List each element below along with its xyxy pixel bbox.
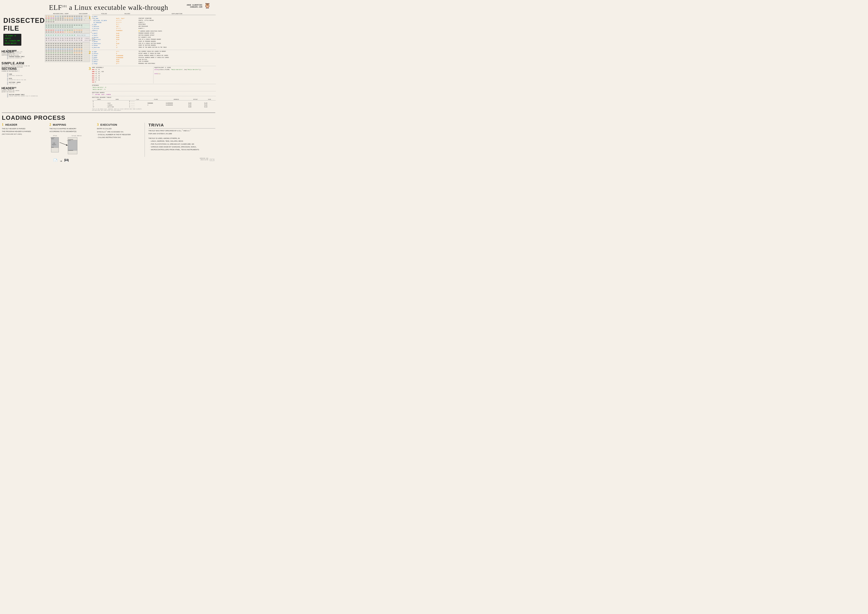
field-explain: 3 ADDRESS WHERE EXECUTION STARTS xyxy=(138,30,215,33)
section-header-table-label: SECTION HEADER TABLE xyxy=(92,97,215,98)
header2-section: HEADER2/2 TECHNICAL DETAILS FOR LINKING … xyxy=(2,87,44,93)
num-3: 3 xyxy=(89,66,91,71)
field-explain: COUNT OF PROGRAM HEADERS xyxy=(138,40,215,43)
hex-dump-header: HEXADECIMAL DUMP ASCIIDUMP xyxy=(45,13,90,14)
field-e_shentsize: e_shentsize 0x28 SIZE OF A SINGLE SECTIO… xyxy=(92,43,215,45)
asm-line-6: mov r7, #1 xyxy=(92,79,153,81)
field-value: 1"""""" xyxy=(116,20,138,22)
strings-content: 'Hello World\n', 8 'Hello World!', 0 xyxy=(92,87,215,90)
field-name: e_entry xyxy=(92,30,116,33)
strings-label: STRINGS xyxy=(92,85,215,86)
asm-line-3: mov r0, #1 xyxy=(92,73,153,75)
code-label: CODE xyxy=(9,73,22,75)
field-value: 1""""" xyxy=(116,28,138,30)
field-p_flags: p_flags 5""" READABLE AND EXECUTABLE xyxy=(92,63,215,65)
field-e_shoff: e_shoff 0x48 SECTION HEADERS OFFSET xyxy=(92,34,215,37)
field-value: 0x40 xyxy=(116,33,138,34)
row3-idx: 3* xyxy=(92,106,106,108)
trivia-items: THE ELF IS USED, AMONG OTHERS, IN: - LIN… xyxy=(149,137,215,151)
field-value: 0x7f, "ELF" xyxy=(116,18,138,20)
hex-line-7: 05 20 A0 E3 14 10 8F E2 01 00 A0 E3 04 7… xyxy=(46,30,89,31)
program-header-hex: 01 00 00 00 00 00 00 00 00 00 00 08 00 0… xyxy=(45,24,90,29)
loading-step-1: 1 HEADER THE ELF HEADER IS PARSED THE PR… xyxy=(2,123,50,157)
field-p_vaddr: p_vaddr 0x8000000 VIRTUAL ADDRESS WHERE … xyxy=(92,55,215,57)
table-row: 0 0 ----- xyxy=(92,101,215,103)
step3-title: EXECUTION xyxy=(101,123,117,126)
field-e_type: e_type 2""" EXECUTABLE xyxy=(92,23,215,26)
field-name: p_paddr xyxy=(92,57,116,59)
svg-text:0x00: 0x00 xyxy=(51,138,54,139)
field-explain: SECTION HEADERS OFFSET xyxy=(138,34,215,37)
page-container: ELF101 a Linux executable walk-through A… xyxy=(0,0,217,162)
asm-line-7: svc 0 xyxy=(92,81,153,83)
step2-num: 2 xyxy=(50,123,51,126)
field-value: 1 xyxy=(116,40,138,43)
hex-line-5: 01 00 00 00 00 00 00 00 00 00 00 08 00 0… xyxy=(46,24,89,26)
section-names-hex: 00 2E 72 6F 64 61 74 61 74 61 62 00 2E 7… xyxy=(45,37,90,42)
memory-diagram: Virtual Address Offset 0x00 0x90 xyxy=(50,135,83,157)
file-icon: 📄 xyxy=(53,159,58,162)
field-explain: VIRTUAL ADDRESS WHERE IT SHOULD BE LOADE… xyxy=(138,55,215,57)
cc-license: cc ⊕ xyxy=(210,159,214,161)
step1-num: 1 xyxy=(2,123,3,126)
row2-idx: 2 xyxy=(92,104,106,106)
section-names-sub: .shstrtab .text xyxy=(9,83,20,84)
trivia-body: THE ELF WAS FIRST SPECIFIED BY U.S.L.™ A… xyxy=(149,129,215,135)
field-name: e_machine xyxy=(92,26,116,28)
simple-arm-title: SIMPLE.ARM xyxy=(2,61,44,65)
hex-line-2: 02 00 28 00 01 00 00 00 b4 00 00 08 40 0… xyxy=(46,17,89,19)
string-2: 'Hello World!', 0 xyxy=(92,89,215,90)
section-header-label: SECTION HEADER TABLE xyxy=(9,94,38,95)
svg-text:0x90: 0x90 xyxy=(51,147,54,148)
field-e_machine: e_machine 28"" ARM PROCESSOR xyxy=(92,26,215,28)
table-note: THIS IS THE WHOLE FILE. HOWEVER, MOST EL… xyxy=(92,109,215,111)
table-row: 2 .rodata 1 ----- 2 0x8000080 0x80 0x0d xyxy=(92,104,215,106)
svg-text:p_vaddr: p_vaddr xyxy=(67,140,71,141)
elf-fields: e_ident EI_MAG 0x7f, "ELF" CONSTANT SIGN… xyxy=(92,16,215,49)
field-explain: ARM PROCESSOR xyxy=(138,26,215,28)
field-value: 5""" xyxy=(116,63,138,65)
step2-title: MAPPING xyxy=(53,123,66,126)
hex-line-20: 00 00 00 00 00 00 00 00 00 00 00 00 00 0… xyxy=(46,58,89,60)
file-diagram: ELF HEADER IDENTITY AS MAGIC TYPE PATH T… xyxy=(2,49,44,98)
field-explain: SIZE ON FILE xyxy=(138,59,215,61)
field-e_entry: e_entry 0x8000b4 3 ADDRESS WHERE EXECUTI… xyxy=(92,30,215,33)
terminal-text: ~$ uname -m armv7l ~$ ./simple.ARM Hello… xyxy=(5,35,20,45)
field-value: 0x8000000 xyxy=(116,55,138,57)
field-value: 0x8000000 xyxy=(116,57,138,59)
memory-diagram-svg: Virtual Address Offset 0x00 0x90 xyxy=(50,135,83,157)
field-value: 28"" xyxy=(116,26,138,28)
code-block: CODE EXECUTABLE INFORMATION xyxy=(7,73,44,77)
elf-header-hex: 7F 45 4C 46 01 01 01 00 00 00 00 00 00 0… xyxy=(45,15,90,23)
svg-text:Offset: Offset xyxy=(53,135,57,136)
c-code-area: EQUIVALENT C CODE write(stdout_FILENO, "… xyxy=(153,67,216,83)
header1-section: HEADER1/2 TECHNICAL DETAILS FOR IDENTIFI… xyxy=(2,50,19,56)
values-col-label: VALUES xyxy=(116,13,138,14)
section-header-hex: 00 00 00 00 00 00 00 00 00 00 00 00 00 0… xyxy=(45,42,90,62)
field-name: e_phnum xyxy=(92,40,116,43)
field-name: e_shnum xyxy=(92,45,116,47)
field-value: 0x28 xyxy=(116,43,138,45)
header2-title: HEADER2/2 xyxy=(2,87,44,90)
num-2: 2 xyxy=(89,50,91,55)
row1-addr: 0x8000060 xyxy=(165,102,188,104)
field-explain: ALWAYS 1 xyxy=(138,22,215,24)
field-explain: OFFSET WHERE IT SHOULD BE READ xyxy=(138,53,215,55)
title-area: ELF101 a Linux executable walk-through A… xyxy=(0,0,217,13)
table-row: 3* .shrtrtab 3 ----- 0x90 0x19 xyxy=(92,106,215,108)
arrow-icon: ⇒ xyxy=(60,159,62,162)
field-name: e_version xyxy=(92,28,116,30)
row1-type: 1 ----- xyxy=(129,102,147,104)
row2-addr: 0x8000080 xyxy=(165,104,188,106)
field-ei_mag: EI_MAG 0x7f, "ELF" CONSTANT SIGNATURE xyxy=(92,18,215,20)
hex-line-11: 2E 72 6F 64 61 74 61 00 74 61 62 2E 74 6… xyxy=(46,39,89,41)
section-names-block: SECTIONS' NAMES .shstrtab .text xyxy=(7,81,44,85)
field-value: 0x20 xyxy=(116,39,138,40)
field-value xyxy=(116,16,138,18)
row0-addr xyxy=(165,101,188,103)
field-value: 0x34 xyxy=(116,37,138,39)
col-type: type xyxy=(129,99,147,101)
row1-name: .text xyxy=(106,102,129,104)
step1-title-area: 1 HEADER xyxy=(2,123,46,127)
field-value: 1""" xyxy=(116,51,138,53)
